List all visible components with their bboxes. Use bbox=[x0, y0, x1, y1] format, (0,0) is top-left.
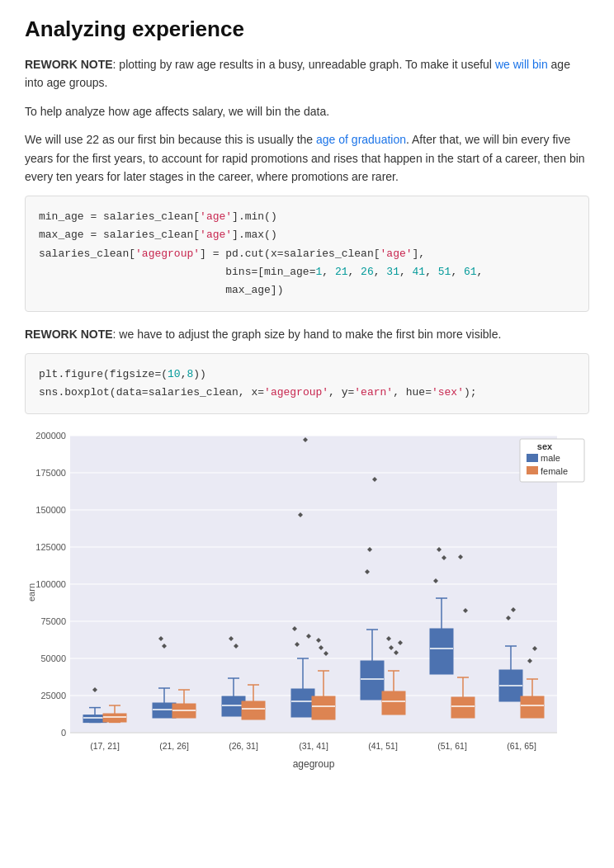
svg-text:(51, 61]: (51, 61] bbox=[437, 741, 467, 751]
page-title: Analyzing experience bbox=[25, 17, 589, 42]
age-graduation-link[interactable]: age of graduation bbox=[316, 133, 406, 146]
svg-text:0: 0 bbox=[61, 728, 66, 738]
svg-text:female: female bbox=[541, 466, 568, 476]
svg-rect-29 bbox=[103, 714, 126, 722]
rework-note-1-text: : plotting by raw age results in a busy,… bbox=[113, 58, 495, 71]
rework-note-2: REWORK NOTE: we have to adjust the graph… bbox=[25, 325, 589, 343]
rework-note-2-text: : we have to adjust the graph size by ha… bbox=[113, 328, 502, 341]
svg-rect-101 bbox=[521, 696, 544, 718]
svg-rect-118 bbox=[527, 466, 538, 474]
svg-rect-116 bbox=[527, 454, 538, 462]
svg-rect-65 bbox=[312, 696, 335, 719]
svg-rect-71 bbox=[361, 661, 384, 700]
rework-note-1: REWORK NOTE: plotting by raw age results… bbox=[25, 55, 589, 92]
svg-text:150000: 150000 bbox=[35, 505, 66, 515]
chart-container: 0 25000 50000 75000 100000 125000 150000… bbox=[25, 427, 589, 782]
boxplot-chart: 0 25000 50000 75000 100000 125000 150000… bbox=[25, 427, 589, 782]
svg-text:(41, 51]: (41, 51] bbox=[368, 741, 398, 751]
para2-before: We will use 22 as our first bin because … bbox=[25, 133, 316, 146]
svg-text:50000: 50000 bbox=[40, 653, 66, 663]
svg-text:200000: 200000 bbox=[35, 431, 66, 441]
para2: We will use 22 as our first bin because … bbox=[25, 130, 589, 186]
svg-text:75000: 75000 bbox=[40, 616, 66, 626]
svg-text:(17, 21]: (17, 21] bbox=[90, 741, 120, 751]
svg-text:125000: 125000 bbox=[35, 542, 66, 552]
svg-text:25000: 25000 bbox=[40, 691, 66, 701]
svg-text:agegroup: agegroup bbox=[293, 758, 335, 770]
svg-text:sex: sex bbox=[537, 441, 553, 451]
svg-text:male: male bbox=[541, 453, 560, 463]
para1: To help analyze how age affects salary, … bbox=[25, 102, 589, 120]
svg-text:175000: 175000 bbox=[35, 468, 66, 478]
code-block-2: plt.figure(figsize=(10,8)) sns.boxplot(d… bbox=[25, 353, 589, 414]
rework-note-2-label: REWORK NOTE bbox=[25, 328, 113, 341]
svg-text:(31, 41]: (31, 41] bbox=[299, 741, 328, 751]
svg-text:(21, 26]: (21, 26] bbox=[159, 741, 189, 751]
we-will-bin-link[interactable]: we will bin bbox=[495, 58, 548, 71]
svg-text:100000: 100000 bbox=[35, 579, 66, 589]
svg-text:(26, 31]: (26, 31] bbox=[229, 741, 258, 751]
svg-rect-77 bbox=[382, 691, 405, 715]
svg-text:earn: earn bbox=[26, 583, 36, 601]
rework-note-1-label: REWORK NOTE bbox=[25, 58, 113, 71]
svg-text:(61, 65]: (61, 65] bbox=[507, 741, 536, 751]
svg-rect-59 bbox=[291, 689, 314, 717]
code-block-1: min_age = salaries_clean['age'].min() ma… bbox=[25, 196, 589, 311]
